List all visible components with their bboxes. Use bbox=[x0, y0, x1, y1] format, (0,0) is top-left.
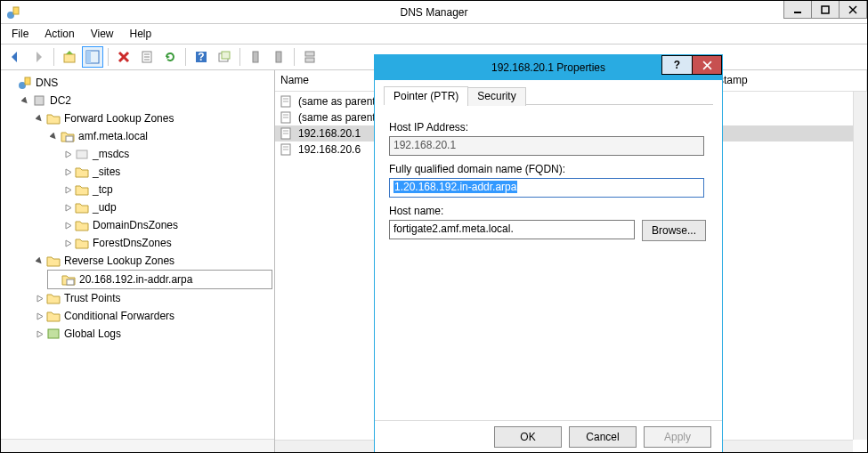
svg-rect-19 bbox=[253, 52, 258, 62]
tree-label: Reverse Lookup Zones bbox=[64, 253, 174, 269]
svg-rect-3 bbox=[822, 6, 829, 13]
forward-button[interactable] bbox=[28, 46, 49, 68]
expander-closed-icon[interactable] bbox=[63, 186, 73, 194]
vertical-scrollbar[interactable] bbox=[853, 92, 867, 440]
tree-label: ForestDnsZones bbox=[93, 235, 172, 251]
maximize-button[interactable] bbox=[811, 1, 840, 19]
tree-label: Global Logs bbox=[64, 326, 121, 342]
tree-label: Forward Lookup Zones bbox=[64, 110, 174, 126]
fqdn-value: 1.20.168.192.in-addr.arpa bbox=[393, 181, 517, 193]
filter-icon[interactable] bbox=[245, 46, 266, 68]
apply-button[interactable]: Apply bbox=[644, 426, 711, 448]
menu-action[interactable]: Action bbox=[37, 26, 81, 42]
tree-zone[interactable]: amf.meta.local bbox=[47, 127, 272, 145]
browse-button[interactable]: Browse... bbox=[642, 220, 706, 241]
folder-icon bbox=[46, 309, 61, 323]
svg-rect-18 bbox=[222, 52, 230, 59]
expander-closed-icon[interactable] bbox=[63, 168, 73, 176]
folder-icon bbox=[75, 200, 89, 214]
folder-icon bbox=[46, 254, 61, 268]
list-cell: (same as parent f bbox=[298, 111, 381, 124]
cancel-button[interactable]: Cancel bbox=[569, 426, 637, 448]
tree-fdz[interactable]: ForestDnsZones bbox=[61, 234, 272, 252]
svg-rect-8 bbox=[86, 51, 91, 63]
expander-closed-icon[interactable] bbox=[63, 239, 73, 247]
dialog-help-button[interactable]: ? bbox=[661, 55, 692, 75]
tab-security[interactable]: Security bbox=[467, 87, 525, 106]
tree-rlz[interactable]: Reverse Lookup Zones bbox=[33, 252, 272, 270]
expander-closed-icon[interactable] bbox=[35, 330, 45, 338]
tree-server[interactable]: DC2 bbox=[19, 92, 272, 109]
tree-label: DomainDnsZones bbox=[93, 217, 178, 233]
svg-rect-29 bbox=[48, 329, 59, 338]
dns-icon bbox=[18, 76, 32, 90]
tree-cond-fwd[interactable]: Conditional Forwarders bbox=[33, 307, 272, 325]
column-stamp[interactable]: stamp bbox=[713, 70, 867, 91]
tree-trust-points[interactable]: Trust Points bbox=[33, 289, 272, 307]
tree-global-logs[interactable]: Global Logs bbox=[33, 325, 272, 343]
tree-tcp[interactable]: _tcp bbox=[61, 181, 272, 198]
record-icon bbox=[279, 110, 293, 125]
label-fqdn: Fully qualified domain name (FQDN): bbox=[389, 163, 708, 175]
tab-pointer[interactable]: Pointer (PTR) bbox=[384, 86, 468, 105]
svg-rect-24 bbox=[25, 77, 30, 85]
expander-closed-icon[interactable] bbox=[63, 204, 73, 212]
tree-label: 20.168.192.in-addr.arpa bbox=[79, 271, 192, 287]
show-hide-tree-button[interactable] bbox=[82, 46, 103, 68]
svg-rect-27 bbox=[77, 150, 87, 158]
folder-icon bbox=[46, 291, 61, 305]
tree-label: _tcp bbox=[93, 182, 113, 198]
tree-ddz[interactable]: DomainDnsZones bbox=[61, 216, 272, 234]
tree-sites[interactable]: _sites bbox=[61, 163, 272, 181]
properties-dialog: 192.168.20.1 Properties ? Pointer (PTR) … bbox=[374, 54, 723, 453]
refresh-button[interactable] bbox=[159, 46, 181, 68]
back-button[interactable] bbox=[4, 46, 26, 68]
folder-icon bbox=[75, 218, 89, 232]
folder-icon bbox=[75, 165, 89, 179]
tree-label: _msdcs bbox=[93, 146, 129, 162]
new-window-button[interactable] bbox=[214, 46, 235, 68]
expander-open-icon[interactable] bbox=[35, 257, 45, 265]
svg-rect-25 bbox=[35, 96, 44, 105]
fqdn-field[interactable]: 1.20.168.192.in-addr.arpa bbox=[389, 178, 704, 198]
help-button[interactable]: ? bbox=[191, 46, 212, 68]
tree-label: DC2 bbox=[50, 93, 71, 109]
tree-msdcs[interactable]: _msdcs bbox=[61, 145, 272, 163]
tree-rzone[interactable]: 20.168.192.in-addr.arpa bbox=[47, 270, 272, 289]
zone-icon bbox=[61, 272, 76, 287]
menu-view[interactable]: View bbox=[84, 26, 121, 42]
expander-closed-icon[interactable] bbox=[35, 295, 45, 303]
menu-file[interactable]: File bbox=[4, 26, 36, 42]
tree-label: Trust Points bbox=[64, 290, 121, 306]
svg-rect-20 bbox=[276, 52, 281, 62]
properties-button[interactable] bbox=[136, 46, 158, 68]
dialog-close-button[interactable] bbox=[692, 55, 722, 75]
record-icon bbox=[279, 94, 293, 109]
server-icon[interactable] bbox=[299, 46, 320, 68]
menu-help[interactable]: Help bbox=[123, 26, 159, 42]
list-cell: 192.168.20.1 bbox=[298, 127, 361, 140]
close-button[interactable] bbox=[839, 1, 867, 19]
tree-udp[interactable]: _udp bbox=[61, 198, 272, 216]
filter2-icon[interactable] bbox=[268, 46, 289, 68]
tree-label: _sites bbox=[93, 164, 120, 180]
up-button[interactable] bbox=[59, 46, 80, 68]
record-icon bbox=[279, 142, 293, 157]
tree-root-dns[interactable]: DNS bbox=[4, 74, 272, 92]
svg-rect-22 bbox=[305, 58, 314, 62]
expander-open-icon[interactable] bbox=[49, 133, 59, 141]
svg-rect-6 bbox=[64, 54, 75, 62]
label-hostname: Host name: bbox=[389, 205, 708, 217]
ok-button[interactable]: OK bbox=[494, 426, 562, 448]
expander-open-icon[interactable] bbox=[20, 97, 30, 105]
expander-closed-icon[interactable] bbox=[35, 312, 45, 320]
minimize-button[interactable] bbox=[783, 1, 812, 19]
expander-closed-icon[interactable] bbox=[63, 150, 73, 158]
delete-button[interactable] bbox=[113, 46, 134, 68]
hostname-field[interactable]: fortigate2.amf.meta.local. bbox=[389, 220, 635, 239]
tree-flz[interactable]: Forward Lookup Zones bbox=[33, 109, 272, 127]
svg-rect-21 bbox=[305, 52, 314, 56]
expander-open-icon[interactable] bbox=[35, 115, 45, 123]
expander-closed-icon[interactable] bbox=[63, 222, 73, 230]
tree-pane: DNS DC2 bbox=[1, 70, 275, 452]
